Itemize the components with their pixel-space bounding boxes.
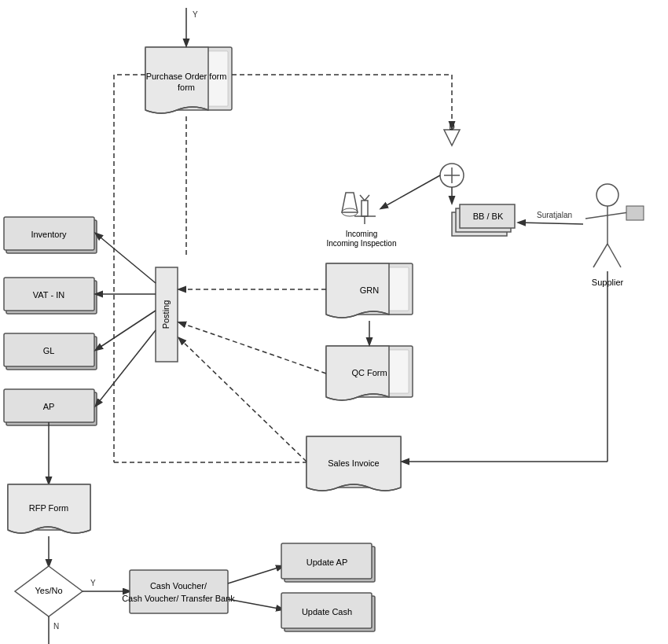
grn-label: GRN (360, 285, 380, 295)
svg-text:Y: Y (193, 10, 198, 19)
svg-rect-15 (362, 201, 368, 216)
svg-line-13 (519, 223, 583, 224)
svg-line-50 (96, 311, 156, 350)
supplier-node: Supplier (585, 184, 644, 287)
rfp-form-node: RFP Form (8, 484, 90, 533)
bb-bk-label: BB / BK (473, 212, 504, 221)
cash-voucher-label1: Cash Voucher/ (150, 581, 207, 591)
update-cash-node: Update Cash (281, 593, 375, 631)
sales-invoice-node: Sales Invoice (306, 436, 401, 491)
svg-text:N: N (53, 622, 59, 631)
svg-line-7 (593, 244, 607, 267)
surat-jalan-label: Suratjalan (537, 211, 572, 219)
purchase-order-form-node: Purchase Order form form (145, 47, 232, 113)
update-ap-label: Update AP (306, 558, 348, 567)
svg-point-4 (596, 184, 618, 206)
grn-node: GRN (326, 263, 413, 318)
purchase-order-label2: form (178, 83, 195, 92)
svg-line-65 (228, 566, 283, 583)
update-cash-label: Update Cash (302, 607, 352, 616)
yes-no-diamond: Yes/No (15, 566, 83, 616)
rfp-form-label: RFP Form (29, 503, 69, 513)
flow-diagram: Purchase Order form form Y Supplier BB /… (0, 0, 668, 644)
svg-line-48 (96, 234, 156, 283)
qc-form-node: QC Form (326, 346, 413, 400)
svg-marker-23 (444, 130, 460, 145)
junction-node (440, 164, 464, 187)
gl-node: GL (4, 333, 97, 370)
sales-invoice-label: Sales Invoice (328, 458, 379, 468)
purchase-order-label: Purchase Order form (146, 72, 227, 81)
svg-line-66 (228, 599, 283, 609)
incoming-inspection-label2: Incoming Inspection (327, 239, 397, 248)
qc-form-label: QC Form (351, 368, 387, 377)
posting-label: Posting (161, 300, 171, 329)
posting-node: Posting (156, 267, 178, 362)
ap-node: AP (4, 389, 97, 425)
svg-line-54 (179, 338, 306, 462)
svg-line-8 (607, 244, 621, 267)
inventory-node: Inventory (4, 217, 97, 253)
incoming-inspection-node: Incoming Incoming Inspection (327, 193, 397, 248)
gl-label: GL (43, 346, 55, 355)
svg-rect-64 (130, 570, 228, 613)
update-ap-node: Update AP (281, 543, 375, 582)
incoming-inspection-label1: Incoming (346, 230, 378, 238)
svg-line-17 (365, 195, 369, 201)
svg-rect-9 (626, 206, 644, 220)
yes-no-label: Yes/No (35, 586, 62, 595)
svg-line-28 (381, 175, 440, 208)
svg-text:Y: Y (90, 579, 96, 587)
cash-voucher-node: Cash Voucher/ Cash Voucher/ Transfer Ban… (122, 570, 235, 613)
svg-line-51 (96, 330, 156, 406)
vat-in-label: VAT - IN (33, 290, 64, 300)
cash-voucher-label2: Cash Voucher/ Transfer Bank (122, 594, 235, 603)
svg-line-53 (179, 322, 326, 374)
bb-bk-node: BB / BK (452, 204, 515, 236)
vat-in-node: VAT - IN (4, 278, 97, 314)
ap-label: AP (43, 402, 55, 411)
svg-line-16 (360, 195, 365, 201)
inventory-label: Inventory (31, 230, 67, 239)
